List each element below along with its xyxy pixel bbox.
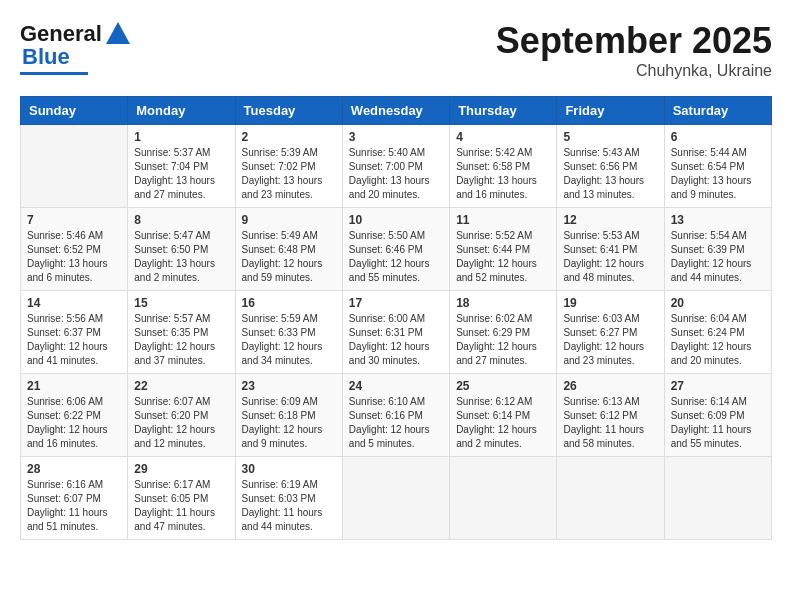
table-row: 17Sunrise: 6:00 AMSunset: 6:31 PMDayligh… — [342, 291, 449, 374]
logo: General Blue — [20, 20, 132, 75]
page-header: General Blue September 2025 Chuhynka, Uk… — [20, 20, 772, 80]
day-number: 24 — [349, 379, 443, 393]
day-number: 11 — [456, 213, 550, 227]
table-row: 28Sunrise: 6:16 AMSunset: 6:07 PMDayligh… — [21, 457, 128, 540]
day-info: Sunrise: 6:13 AMSunset: 6:12 PMDaylight:… — [563, 395, 657, 451]
col-wednesday: Wednesday — [342, 97, 449, 125]
day-info: Sunrise: 6:12 AMSunset: 6:14 PMDaylight:… — [456, 395, 550, 451]
logo-underline — [20, 72, 88, 75]
day-info: Sunrise: 5:39 AMSunset: 7:02 PMDaylight:… — [242, 146, 336, 202]
table-row: 29Sunrise: 6:17 AMSunset: 6:05 PMDayligh… — [128, 457, 235, 540]
table-row — [450, 457, 557, 540]
day-info: Sunrise: 5:54 AMSunset: 6:39 PMDaylight:… — [671, 229, 765, 285]
calendar-header-row: Sunday Monday Tuesday Wednesday Thursday… — [21, 97, 772, 125]
day-number: 14 — [27, 296, 121, 310]
col-sunday: Sunday — [21, 97, 128, 125]
day-number: 2 — [242, 130, 336, 144]
day-info: Sunrise: 6:03 AMSunset: 6:27 PMDaylight:… — [563, 312, 657, 368]
table-row: 8Sunrise: 5:47 AMSunset: 6:50 PMDaylight… — [128, 208, 235, 291]
col-tuesday: Tuesday — [235, 97, 342, 125]
day-info: Sunrise: 5:49 AMSunset: 6:48 PMDaylight:… — [242, 229, 336, 285]
day-number: 12 — [563, 213, 657, 227]
day-number: 8 — [134, 213, 228, 227]
table-row: 30Sunrise: 6:19 AMSunset: 6:03 PMDayligh… — [235, 457, 342, 540]
calendar-week-row: 1Sunrise: 5:37 AMSunset: 7:04 PMDaylight… — [21, 125, 772, 208]
table-row: 14Sunrise: 5:56 AMSunset: 6:37 PMDayligh… — [21, 291, 128, 374]
table-row — [557, 457, 664, 540]
day-number: 27 — [671, 379, 765, 393]
col-monday: Monday — [128, 97, 235, 125]
table-row: 7Sunrise: 5:46 AMSunset: 6:52 PMDaylight… — [21, 208, 128, 291]
col-thursday: Thursday — [450, 97, 557, 125]
table-row: 25Sunrise: 6:12 AMSunset: 6:14 PMDayligh… — [450, 374, 557, 457]
table-row: 1Sunrise: 5:37 AMSunset: 7:04 PMDaylight… — [128, 125, 235, 208]
table-row: 20Sunrise: 6:04 AMSunset: 6:24 PMDayligh… — [664, 291, 771, 374]
table-row: 11Sunrise: 5:52 AMSunset: 6:44 PMDayligh… — [450, 208, 557, 291]
table-row — [342, 457, 449, 540]
day-number: 20 — [671, 296, 765, 310]
day-info: Sunrise: 6:00 AMSunset: 6:31 PMDaylight:… — [349, 312, 443, 368]
table-row: 18Sunrise: 6:02 AMSunset: 6:29 PMDayligh… — [450, 291, 557, 374]
table-row: 2Sunrise: 5:39 AMSunset: 7:02 PMDaylight… — [235, 125, 342, 208]
day-number: 9 — [242, 213, 336, 227]
day-number: 6 — [671, 130, 765, 144]
day-number: 16 — [242, 296, 336, 310]
day-info: Sunrise: 6:04 AMSunset: 6:24 PMDaylight:… — [671, 312, 765, 368]
table-row: 5Sunrise: 5:43 AMSunset: 6:56 PMDaylight… — [557, 125, 664, 208]
table-row: 10Sunrise: 5:50 AMSunset: 6:46 PMDayligh… — [342, 208, 449, 291]
day-number: 5 — [563, 130, 657, 144]
day-info: Sunrise: 5:50 AMSunset: 6:46 PMDaylight:… — [349, 229, 443, 285]
day-info: Sunrise: 6:06 AMSunset: 6:22 PMDaylight:… — [27, 395, 121, 451]
calendar-subtitle: Chuhynka, Ukraine — [496, 62, 772, 80]
table-row: 16Sunrise: 5:59 AMSunset: 6:33 PMDayligh… — [235, 291, 342, 374]
table-row: 24Sunrise: 6:10 AMSunset: 6:16 PMDayligh… — [342, 374, 449, 457]
table-row: 12Sunrise: 5:53 AMSunset: 6:41 PMDayligh… — [557, 208, 664, 291]
table-row: 4Sunrise: 5:42 AMSunset: 6:58 PMDaylight… — [450, 125, 557, 208]
day-number: 15 — [134, 296, 228, 310]
day-info: Sunrise: 5:44 AMSunset: 6:54 PMDaylight:… — [671, 146, 765, 202]
day-info: Sunrise: 6:07 AMSunset: 6:20 PMDaylight:… — [134, 395, 228, 451]
day-info: Sunrise: 5:59 AMSunset: 6:33 PMDaylight:… — [242, 312, 336, 368]
day-number: 29 — [134, 462, 228, 476]
day-info: Sunrise: 6:09 AMSunset: 6:18 PMDaylight:… — [242, 395, 336, 451]
day-info: Sunrise: 5:37 AMSunset: 7:04 PMDaylight:… — [134, 146, 228, 202]
table-row: 27Sunrise: 6:14 AMSunset: 6:09 PMDayligh… — [664, 374, 771, 457]
day-number: 28 — [27, 462, 121, 476]
calendar-title: September 2025 — [496, 20, 772, 62]
day-number: 13 — [671, 213, 765, 227]
day-number: 1 — [134, 130, 228, 144]
table-row: 22Sunrise: 6:07 AMSunset: 6:20 PMDayligh… — [128, 374, 235, 457]
calendar-week-row: 7Sunrise: 5:46 AMSunset: 6:52 PMDaylight… — [21, 208, 772, 291]
table-row: 13Sunrise: 5:54 AMSunset: 6:39 PMDayligh… — [664, 208, 771, 291]
day-number: 30 — [242, 462, 336, 476]
calendar-table: Sunday Monday Tuesday Wednesday Thursday… — [20, 96, 772, 540]
table-row: 6Sunrise: 5:44 AMSunset: 6:54 PMDaylight… — [664, 125, 771, 208]
col-friday: Friday — [557, 97, 664, 125]
day-info: Sunrise: 5:43 AMSunset: 6:56 PMDaylight:… — [563, 146, 657, 202]
day-info: Sunrise: 5:40 AMSunset: 7:00 PMDaylight:… — [349, 146, 443, 202]
table-row: 15Sunrise: 5:57 AMSunset: 6:35 PMDayligh… — [128, 291, 235, 374]
day-info: Sunrise: 5:57 AMSunset: 6:35 PMDaylight:… — [134, 312, 228, 368]
day-number: 22 — [134, 379, 228, 393]
table-row: 3Sunrise: 5:40 AMSunset: 7:00 PMDaylight… — [342, 125, 449, 208]
day-number: 25 — [456, 379, 550, 393]
table-row: 21Sunrise: 6:06 AMSunset: 6:22 PMDayligh… — [21, 374, 128, 457]
day-info: Sunrise: 5:42 AMSunset: 6:58 PMDaylight:… — [456, 146, 550, 202]
day-number: 17 — [349, 296, 443, 310]
day-number: 4 — [456, 130, 550, 144]
day-number: 3 — [349, 130, 443, 144]
title-section: September 2025 Chuhynka, Ukraine — [496, 20, 772, 80]
day-info: Sunrise: 6:14 AMSunset: 6:09 PMDaylight:… — [671, 395, 765, 451]
logo-icon — [104, 20, 132, 48]
day-info: Sunrise: 5:47 AMSunset: 6:50 PMDaylight:… — [134, 229, 228, 285]
col-saturday: Saturday — [664, 97, 771, 125]
day-info: Sunrise: 6:10 AMSunset: 6:16 PMDaylight:… — [349, 395, 443, 451]
calendar-week-row: 14Sunrise: 5:56 AMSunset: 6:37 PMDayligh… — [21, 291, 772, 374]
day-info: Sunrise: 5:46 AMSunset: 6:52 PMDaylight:… — [27, 229, 121, 285]
day-number: 21 — [27, 379, 121, 393]
calendar-week-row: 28Sunrise: 6:16 AMSunset: 6:07 PMDayligh… — [21, 457, 772, 540]
day-info: Sunrise: 5:56 AMSunset: 6:37 PMDaylight:… — [27, 312, 121, 368]
day-info: Sunrise: 5:53 AMSunset: 6:41 PMDaylight:… — [563, 229, 657, 285]
day-info: Sunrise: 6:02 AMSunset: 6:29 PMDaylight:… — [456, 312, 550, 368]
table-row — [21, 125, 128, 208]
